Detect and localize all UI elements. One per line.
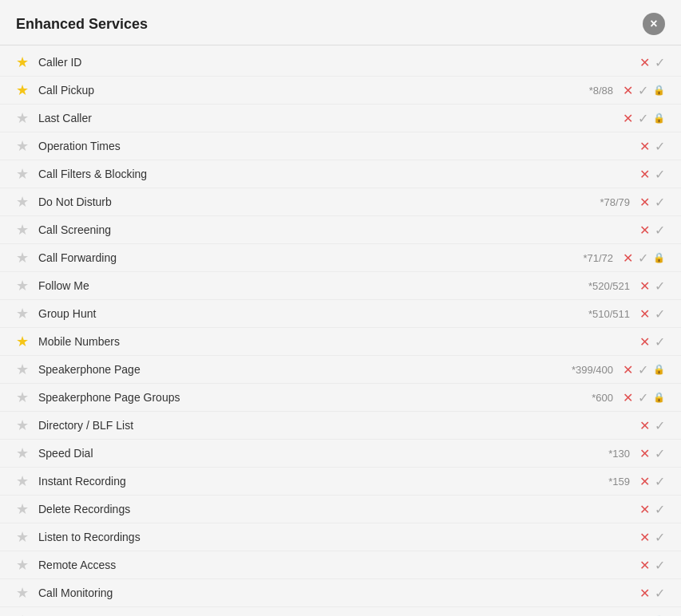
service-name-operation-times: Operation Times (38, 140, 639, 152)
service-row: ★Speakerphone Page Groups*600✕✓🔒 (0, 384, 681, 412)
service-row: ★Do Not Disturb*78/79✕✓ (0, 188, 681, 216)
service-row: ★Mobile Numbers✕✓ (0, 328, 681, 356)
star-toggle-speakerphone-page-groups[interactable]: ★ (16, 389, 29, 406)
delete-icon-system-operation-times[interactable]: ✕ (623, 614, 633, 617)
close-button[interactable]: × (643, 13, 665, 35)
service-code-call-pickup: *8/88 (557, 85, 613, 97)
action-icons-call-screening: ✕✓ (639, 223, 665, 238)
delete-icon-listen-to-recordings[interactable]: ✕ (639, 530, 650, 545)
star-toggle-follow-me[interactable]: ★ (16, 277, 29, 294)
delete-icon-operation-times[interactable]: ✕ (639, 139, 650, 154)
delete-icon-mobile-numbers[interactable]: ✕ (639, 334, 650, 349)
action-icons-group-hunt: ✕✓ (639, 306, 665, 322)
service-row: ★Directory / BLF List✕✓ (0, 412, 681, 440)
service-row: ★Follow Me*520/521✕✓ (0, 272, 681, 300)
action-icons-delete-recordings: ✕✓ (639, 502, 665, 517)
star-toggle-operation-times[interactable]: ★ (16, 137, 29, 155)
delete-icon-call-monitoring[interactable]: ✕ (639, 586, 650, 601)
service-row: ★Last Caller✕✓🔒 (0, 105, 681, 132)
star-toggle-speed-dial[interactable]: ★ (16, 444, 29, 462)
delete-icon-group-hunt[interactable]: ✕ (639, 306, 650, 322)
action-icons-remote-access: ✕✓ (639, 558, 665, 573)
enable-icon-directory-blf-list[interactable]: ✓ (655, 418, 665, 433)
enable-icon-call-screening[interactable]: ✓ (655, 223, 665, 238)
enable-icon-delete-recordings[interactable]: ✓ (655, 502, 665, 517)
service-row: ★Group Hunt*510/511✕✓ (0, 300, 681, 328)
enable-icon-mobile-numbers[interactable]: ✓ (655, 334, 665, 349)
star-toggle-listen-to-recordings[interactable]: ★ (16, 528, 29, 546)
delete-icon-instant-recording[interactable]: ✕ (639, 474, 650, 489)
delete-icon-call-pickup[interactable]: ✕ (623, 83, 633, 98)
dialog-header: Enhanced Services × (0, 0, 681, 45)
enable-icon-speed-dial[interactable]: ✓ (655, 446, 665, 461)
delete-icon-speakerphone-page-groups[interactable]: ✕ (623, 390, 633, 405)
delete-icon-call-forwarding[interactable]: ✕ (623, 251, 633, 266)
star-toggle-call-filters-blocking[interactable]: ★ (16, 165, 29, 183)
star-toggle-call-monitoring[interactable]: ★ (16, 584, 29, 602)
delete-icon-do-not-disturb[interactable]: ✕ (639, 195, 650, 210)
action-icons-instant-recording: ✕✓ (639, 474, 665, 489)
service-row: ★Remote Access✕✓ (0, 551, 681, 579)
enable-icon-call-forwarding[interactable]: ✓ (638, 251, 648, 266)
delete-icon-speakerphone-page[interactable]: ✕ (623, 362, 633, 377)
action-icons-speed-dial: ✕✓ (639, 446, 665, 461)
star-toggle-delete-recordings[interactable]: ★ (16, 500, 29, 518)
service-row: ★Call Filters & Blocking✕✓ (0, 160, 681, 188)
star-toggle-call-forwarding[interactable]: ★ (16, 249, 29, 267)
action-icons-mobile-numbers: ✕✓ (639, 334, 665, 349)
delete-icon-directory-blf-list[interactable]: ✕ (639, 418, 650, 433)
delete-icon-speed-dial[interactable]: ✕ (639, 446, 650, 461)
star-toggle-group-hunt[interactable]: ★ (16, 305, 29, 322)
lock-icon-speakerphone-page-groups[interactable]: 🔒 (653, 392, 665, 403)
enable-icon-last-caller[interactable]: ✓ (638, 111, 648, 126)
action-icons-call-forwarding: ✕✓🔒 (623, 251, 665, 266)
enable-icon-follow-me[interactable]: ✓ (655, 278, 665, 294)
star-toggle-call-screening[interactable]: ★ (16, 221, 29, 239)
enable-icon-call-monitoring[interactable]: ✓ (655, 586, 665, 601)
enable-icon-speakerphone-page-groups[interactable]: ✓ (638, 390, 648, 405)
delete-icon-follow-me[interactable]: ✕ (639, 278, 650, 294)
star-toggle-caller-id[interactable]: ★ (16, 53, 29, 71)
service-code-do-not-disturb: *78/79 (574, 196, 630, 208)
star-toggle-remote-access[interactable]: ★ (16, 556, 29, 574)
lock-icon-call-forwarding[interactable]: 🔒 (653, 252, 665, 263)
delete-icon-caller-id[interactable]: ✕ (639, 55, 650, 70)
enable-icon-speakerphone-page[interactable]: ✓ (638, 362, 648, 377)
star-toggle-mobile-numbers[interactable]: ★ (16, 333, 29, 350)
service-name-directory-blf-list: Directory / BLF List (38, 419, 639, 432)
lock-icon-speakerphone-page[interactable]: 🔒 (653, 364, 665, 375)
service-code-follow-me: *520/521 (574, 280, 630, 292)
service-row: ★Speakerphone Page*399/400✕✓🔒 (0, 356, 681, 384)
delete-icon-call-filters-blocking[interactable]: ✕ (639, 167, 650, 182)
enable-icon-system-operation-times[interactable]: ✓ (638, 614, 648, 617)
enable-icon-call-pickup[interactable]: ✓ (638, 83, 648, 98)
enable-icon-call-filters-blocking[interactable]: ✓ (655, 167, 665, 182)
service-code-instant-recording: *159 (574, 476, 630, 488)
star-toggle-last-caller[interactable]: ★ (16, 109, 29, 127)
delete-icon-delete-recordings[interactable]: ✕ (639, 502, 650, 517)
enable-icon-do-not-disturb[interactable]: ✓ (655, 195, 665, 210)
enable-icon-operation-times[interactable]: ✓ (655, 139, 665, 154)
star-toggle-directory-blf-list[interactable]: ★ (16, 417, 29, 434)
star-toggle-instant-recording[interactable]: ★ (16, 472, 29, 490)
enable-icon-remote-access[interactable]: ✓ (655, 558, 665, 573)
lock-icon-last-caller[interactable]: 🔒 (653, 113, 665, 124)
star-toggle-speakerphone-page[interactable]: ★ (16, 361, 29, 378)
delete-icon-call-screening[interactable]: ✕ (639, 223, 650, 238)
enable-icon-listen-to-recordings[interactable]: ✓ (655, 530, 665, 545)
service-name-do-not-disturb: Do Not Disturb (38, 195, 574, 208)
enable-icon-instant-recording[interactable]: ✓ (655, 474, 665, 489)
enable-icon-caller-id[interactable]: ✓ (655, 55, 665, 70)
action-icons-speakerphone-page-groups: ✕✓🔒 (623, 390, 665, 405)
lock-icon-call-pickup[interactable]: 🔒 (653, 85, 665, 96)
enable-icon-group-hunt[interactable]: ✓ (655, 306, 665, 322)
star-toggle-system-operation-times[interactable]: ★ (16, 612, 29, 616)
service-row: ★Instant Recording*159✕✓ (0, 468, 681, 496)
service-name-call-forwarding: Call Forwarding (38, 251, 557, 264)
delete-icon-remote-access[interactable]: ✕ (639, 558, 650, 573)
service-name-speakerphone-page: Speakerphone Page (38, 363, 557, 376)
star-toggle-call-pickup[interactable]: ★ (16, 81, 29, 99)
star-toggle-do-not-disturb[interactable]: ★ (16, 193, 29, 211)
action-icons-listen-to-recordings: ✕✓ (639, 530, 665, 545)
delete-icon-last-caller[interactable]: ✕ (623, 111, 633, 126)
